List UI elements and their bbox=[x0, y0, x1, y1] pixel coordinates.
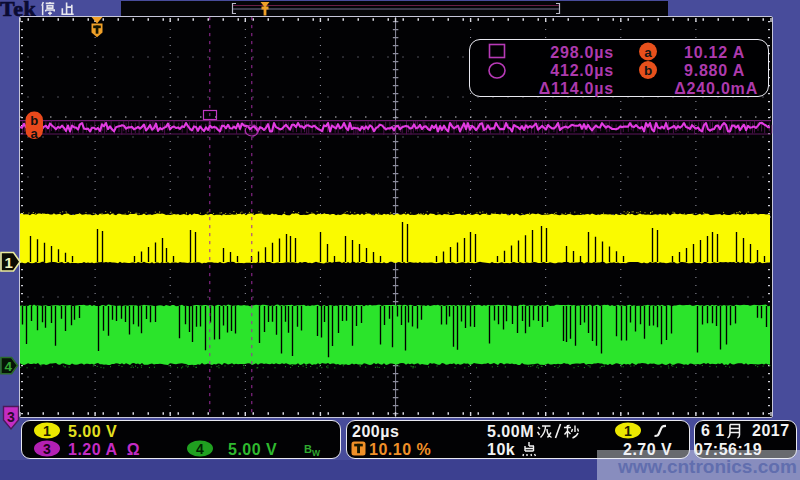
svg-text:b: b bbox=[644, 63, 652, 78]
svg-text:a: a bbox=[644, 45, 652, 60]
svg-text:3: 3 bbox=[43, 441, 51, 457]
svg-text:1: 1 bbox=[43, 423, 51, 439]
svg-text:1: 1 bbox=[4, 254, 12, 271]
svg-text:4: 4 bbox=[4, 359, 12, 374]
svg-text:W: W bbox=[312, 448, 321, 458]
svg-text:3: 3 bbox=[7, 409, 15, 425]
svg-text:B: B bbox=[304, 443, 312, 455]
svg-text:4: 4 bbox=[196, 441, 204, 457]
svg-text:a: a bbox=[31, 126, 39, 141]
svg-text:1: 1 bbox=[624, 423, 632, 439]
